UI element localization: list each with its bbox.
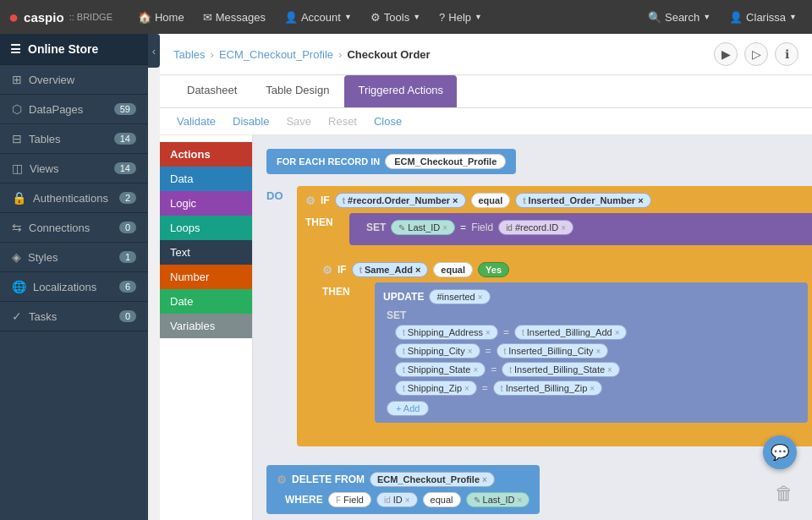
localizations-badge: 6 [119, 281, 136, 293]
breadcrumb-sep2: › [338, 48, 342, 61]
views-badge: 14 [114, 162, 136, 174]
inserted-billing-zip-pill[interactable]: t Inserted_Billing_Zip × [493, 380, 602, 396]
shipping-state-pill[interactable]: t Shipping_State × [395, 362, 486, 377]
sidebar-item-overview[interactable]: ⊞ Overview [0, 65, 148, 95]
shipping-address-pill[interactable]: t Shipping_Address × [395, 325, 498, 340]
panel-data[interactable]: Data [160, 167, 252, 191]
sidebar-header: ☰ Online Store [0, 34, 148, 65]
connections-badge: 0 [119, 222, 136, 233]
sidebar-item-authentications[interactable]: 🔒 Authentications 2 [0, 183, 148, 213]
sidebar-item-localizations[interactable]: 🌐 Localizations 6 [0, 272, 148, 302]
inserted-billing-city-pill[interactable]: t Inserted_Billing_City × [497, 343, 609, 359]
panel-number[interactable]: Number [160, 265, 252, 289]
last-id-pill[interactable]: ✎ Last_ID × [391, 220, 455, 235]
tab-datasheet[interactable]: Datasheet [173, 75, 250, 107]
shipping-zip-pill[interactable]: t Shipping_Zip × [395, 380, 477, 396]
reset-button[interactable]: Reset [325, 113, 360, 129]
panel-actions[interactable]: Actions [160, 142, 252, 167]
views-icon: ◫ [12, 161, 23, 175]
panel-logic[interactable]: Logic [160, 191, 252, 216]
nav-home[interactable]: 🏠Home [131, 0, 191, 34]
auth-badge: 2 [119, 192, 136, 204]
styles-badge: 1 [119, 251, 136, 263]
datapages-badge: 59 [114, 103, 136, 115]
save-button[interactable]: Save [283, 113, 315, 129]
tab-triggered-actions[interactable]: Triggered Actions [344, 75, 457, 107]
nav-search[interactable]: 🔍Search▼ [641, 0, 717, 34]
run-button[interactable]: ▷ [744, 42, 768, 66]
inserted-order-pill[interactable]: t Inserted_Order_Number × [515, 193, 650, 208]
update-label: UPDATE [383, 291, 424, 303]
delete-label: DELETE FROM [292, 473, 365, 485]
table-pill[interactable]: ECM_Checkout_Profile [385, 154, 506, 169]
equal-op-1[interactable]: equal [471, 193, 511, 208]
block-container: FOR EACH RECORD IN ECM_Checkout_Profile … [266, 149, 812, 514]
tabs-bar: Datasheet Table Design Triggered Actions [160, 75, 812, 108]
shipping-city-pill[interactable]: t Shipping_City × [395, 343, 480, 359]
sidebar-menu-icon[interactable]: ☰ [10, 42, 21, 56]
nav-messages[interactable]: ✉Messages [196, 0, 272, 34]
sidebar-item-datapages[interactable]: ⬡ DataPages 59 [0, 95, 148, 124]
where-field-pill[interactable]: F Field [328, 492, 371, 507]
logo: ● caspio :: BRIDGE [8, 8, 112, 27]
canvas: FOR EACH RECORD IN ECM_Checkout_Profile … [253, 135, 812, 520]
nested-then-block: UPDATE #inserted × [375, 282, 808, 423]
panel-loops[interactable]: Loops [160, 216, 252, 240]
where-last-id-pill[interactable]: ✎ Last_ID × [466, 492, 530, 507]
breadcrumb: Tables › ECM_Checkout_Profile › Checkout… [160, 34, 812, 75]
add-field-button[interactable]: + Add [387, 401, 429, 416]
sidebar: ☰ Online Store ⊞ Overview ⬡ DataPages 59… [0, 34, 148, 520]
nav-tools[interactable]: ⚙Tools▼ [364, 0, 427, 34]
close-button[interactable]: Close [370, 113, 405, 129]
breadcrumb-actions: ▶ ▷ ℹ [714, 42, 798, 66]
breadcrumb-profile[interactable]: ECM_Checkout_Profile [219, 48, 333, 61]
panel-variables[interactable]: Variables [160, 314, 252, 338]
do-label: DO [266, 186, 292, 452]
tasks-badge: 0 [119, 310, 136, 322]
if-block-1: ⚙ IF t #record.Order_Number × equal [297, 186, 812, 446]
top-navigation: ● caspio :: BRIDGE 🏠Home ✉Messages 👤Acco… [0, 0, 812, 34]
field-pill-1[interactable]: t #record.Order_Number × [335, 193, 466, 208]
nav-user[interactable]: 👤Clarissa▼ [722, 0, 804, 34]
yes-pill[interactable]: Yes [478, 262, 509, 277]
nested-if-block: ⚙ IF t Same_Add × equal [314, 255, 812, 435]
nav-help[interactable]: ?Help▼ [432, 0, 489, 34]
validate-button[interactable]: Validate [173, 113, 219, 129]
panel-date[interactable]: Date [160, 289, 252, 314]
breadcrumb-sep1: › [211, 48, 214, 61]
record-id-pill[interactable]: id #record.ID × [498, 220, 573, 235]
where-label: WHERE [285, 494, 323, 506]
sidebar-title: Online Store [28, 42, 98, 56]
delete-block: ⚙ DELETE FROM ECM_Checkout_Profile × WHE… [266, 465, 540, 514]
sidebar-item-tables[interactable]: ⊟ Tables 14 [0, 124, 148, 154]
then-block-1: SET ✎ Last_ID × = Field [349, 213, 812, 245]
equal-op-2[interactable]: equal [433, 262, 473, 277]
chat-bubble[interactable]: 💬 [763, 435, 797, 469]
overview-icon: ⊞ [12, 73, 22, 86]
sidebar-collapse-arrow[interactable]: ‹ [148, 34, 160, 68]
gear-icon-1[interactable]: ⚙ [305, 194, 315, 207]
sidebar-item-styles[interactable]: ◈ Styles 1 [0, 243, 148, 272]
info-button[interactable]: ℹ [775, 42, 798, 66]
same-add-pill[interactable]: t Same_Add × [352, 262, 429, 277]
datapages-icon: ⬡ [12, 102, 22, 116]
equal-op-3[interactable]: equal [423, 492, 461, 507]
trash-icon[interactable]: 🗑 [775, 483, 793, 505]
disable-button[interactable]: Disable [229, 113, 272, 129]
gear-icon-3[interactable]: ⚙ [277, 473, 287, 486]
delete-table-pill[interactable]: ECM_Checkout_Profile × [370, 472, 495, 487]
gear-icon-2[interactable]: ⚙ [322, 264, 332, 276]
id-pill[interactable]: id ID × [376, 492, 418, 507]
inserted-billing-add-pill[interactable]: t Inserted_Billing_Add × [514, 325, 628, 340]
sidebar-item-views[interactable]: ◫ Views 14 [0, 154, 148, 183]
sidebar-item-tasks[interactable]: ✓ Tasks 0 [0, 302, 148, 331]
nav-account[interactable]: 👤Account▼ [277, 0, 359, 34]
inserted-pill[interactable]: #inserted × [429, 289, 490, 304]
then-label-2: THEN [322, 282, 354, 428]
breadcrumb-tables[interactable]: Tables [173, 48, 206, 61]
panel-text[interactable]: Text [160, 240, 252, 265]
sidebar-item-connections[interactable]: ⇆ Connections 0 [0, 213, 148, 243]
tab-table-design[interactable]: Table Design [252, 75, 343, 107]
preview-button[interactable]: ▶ [714, 42, 738, 66]
inserted-billing-state-pill[interactable]: t Inserted_Billing_State × [502, 362, 620, 377]
